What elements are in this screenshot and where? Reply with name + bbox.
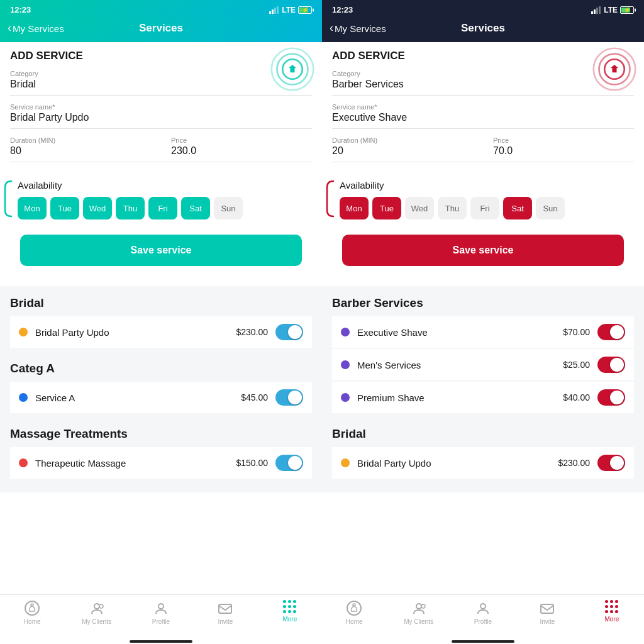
service-dot-1	[19, 328, 28, 336]
category-value-1[interactable]: Bridal	[10, 79, 312, 90]
nav-clients-2[interactable]: My Clients	[386, 600, 450, 625]
toggle-exec-2[interactable]	[597, 324, 625, 340]
nav-profile-label-1: Profile	[152, 618, 170, 625]
form-section-2: ADD SERVICE Category Barber Services Ser…	[322, 42, 644, 175]
service-name-value-2[interactable]: Executive Shave	[332, 112, 634, 123]
day-mon-1[interactable]: Mon	[18, 197, 47, 219]
category-field-1: Category Bridal	[10, 70, 312, 96]
nav-profile-1[interactable]: Profile	[129, 600, 193, 625]
bracket-icon-1	[4, 180, 13, 218]
service-name-label-1: Service name*	[10, 103, 312, 111]
service-item-bridal-2: Bridal Party Updo $230.00	[332, 447, 634, 479]
category-value-2[interactable]: Barber Services	[332, 79, 634, 90]
days-row-1: Mon Tue Wed Thu Fri Sat Sun	[18, 197, 312, 219]
nav-home-1[interactable]: Home	[0, 600, 64, 625]
duration-value-1[interactable]: 80	[10, 145, 151, 157]
category-bridal-title-2: Bridal	[332, 427, 634, 441]
services-list-1: Bridal Bridal Party Updo $230.00 Categ A	[0, 286, 322, 492]
service-price-premium-2: $40.00	[563, 392, 590, 402]
back-label-2: My Services	[335, 23, 386, 34]
service-name-value-1[interactable]: Bridal Party Updo	[10, 112, 312, 123]
toggle-premium-2[interactable]	[597, 389, 625, 406]
save-button-1[interactable]: Save service	[20, 235, 302, 266]
day-mon-2[interactable]: Mon	[340, 197, 369, 219]
service-dot-a-1	[19, 393, 28, 402]
nav-clients-1[interactable]: My Clients	[64, 600, 128, 625]
nav-more-label-2: More	[604, 616, 619, 623]
price-label-1: Price	[171, 136, 312, 144]
category-field-2: Category Barber Services	[332, 70, 634, 96]
service-price-bridal-2: $230.00	[558, 458, 590, 468]
duration-price-row-1: Duration (MIN) 80 Price 230.0	[10, 136, 312, 162]
category-categ-a-title-1: Categ A	[10, 362, 312, 375]
day-thu-1[interactable]: Thu	[116, 197, 145, 219]
lte-1: LTE	[282, 6, 296, 14]
services-list-2: Barber Services Executive Shave $70.00 M…	[322, 286, 644, 492]
service-name-bridal-2: Bridal Party Updo	[357, 458, 558, 469]
availability-label-2: Availability	[340, 180, 634, 191]
battery-1: ⚡	[298, 6, 312, 14]
day-thu-2[interactable]: Thu	[438, 197, 467, 219]
service-dot-bridal-2	[341, 458, 350, 467]
day-tue-2[interactable]: Tue	[372, 197, 401, 219]
service-name-exec-2: Executive Shave	[357, 327, 563, 338]
service-item-massage-1: Therapeutic Massage $150.00	[10, 447, 312, 479]
toggle-mens-2[interactable]	[597, 357, 625, 373]
service-item-mens-2: Men's Services $25.00	[332, 349, 634, 380]
category-bridal-title-1: Bridal	[10, 296, 312, 310]
service-price-exec-2: $70.00	[563, 327, 590, 337]
toggle-service-a-1[interactable]	[275, 389, 303, 406]
service-price-massage-1: $150.00	[236, 458, 268, 468]
day-fri-2[interactable]: Fri	[470, 197, 499, 219]
category-bridal-1: Bridal Bridal Party Updo $230.00	[0, 286, 322, 352]
category-label-1: Category	[10, 70, 312, 77]
back-button-1[interactable]: ‹ My Services	[8, 22, 64, 35]
nav-profile-2[interactable]: Profile	[451, 600, 515, 625]
back-button-2[interactable]: ‹ My Services	[330, 22, 386, 35]
save-section-2: Save service	[322, 227, 644, 286]
availability-section-2: Availability Mon Tue Wed Thu Fri Sat Sun	[322, 175, 644, 227]
nav-invite-2[interactable]: Invite	[515, 600, 579, 625]
svg-rect-2	[274, 8, 276, 14]
service-name-massage-1: Therapeutic Massage	[35, 458, 236, 469]
day-sat-1[interactable]: Sat	[181, 197, 210, 219]
day-sun-2[interactable]: Sun	[536, 197, 565, 219]
nav-invite-label-2: Invite	[540, 618, 555, 625]
toggle-bridal-1[interactable]	[275, 324, 303, 340]
form-title-2: ADD SERVICE	[332, 50, 634, 62]
clients-icon-1	[89, 600, 105, 616]
duration-label-1: Duration (MIN)	[10, 136, 151, 144]
nav-home-2[interactable]: Home	[322, 600, 386, 625]
home-icon-2	[346, 600, 362, 616]
home-indicator-2	[322, 638, 644, 644]
price-value-2[interactable]: 70.0	[493, 145, 634, 157]
day-wed-2[interactable]: Wed	[405, 197, 434, 219]
day-fri-1[interactable]: Fri	[148, 197, 177, 219]
nav-invite-1[interactable]: Invite	[193, 600, 257, 625]
nav-more-2[interactable]: More	[580, 600, 644, 625]
toggle-massage-1[interactable]	[275, 455, 303, 471]
svg-rect-15	[596, 8, 598, 14]
price-value-1[interactable]: 230.0	[171, 145, 312, 157]
svg-point-22	[416, 604, 421, 609]
bottom-nav-2: Home My Clients Profile	[322, 594, 644, 638]
svg-rect-14	[594, 9, 596, 14]
save-button-2[interactable]: Save service	[342, 235, 624, 266]
day-sun-1[interactable]: Sun	[214, 197, 243, 219]
day-sat-2[interactable]: Sat	[503, 197, 532, 219]
day-tue-1[interactable]: Tue	[50, 197, 79, 219]
toggle-bridal-2[interactable]	[597, 455, 625, 471]
logo-1	[270, 47, 314, 91]
svg-point-11	[158, 604, 164, 609]
day-wed-1[interactable]: Wed	[83, 197, 112, 219]
duration-value-2[interactable]: 20	[332, 145, 473, 157]
svg-rect-1	[272, 9, 274, 14]
nav-more-1[interactable]: More	[258, 600, 322, 625]
duration-label-2: Duration (MIN)	[332, 136, 473, 144]
availability-section-1: Availability Mon Tue Wed Thu Fri Sat Sun	[0, 175, 322, 227]
bracket-icon-2	[326, 180, 335, 218]
price-col-2: Price 70.0	[493, 136, 634, 157]
service-name-mens-2: Men's Services	[357, 360, 563, 370]
svg-rect-16	[599, 6, 601, 14]
category-barber-title-2: Barber Services	[332, 296, 634, 310]
